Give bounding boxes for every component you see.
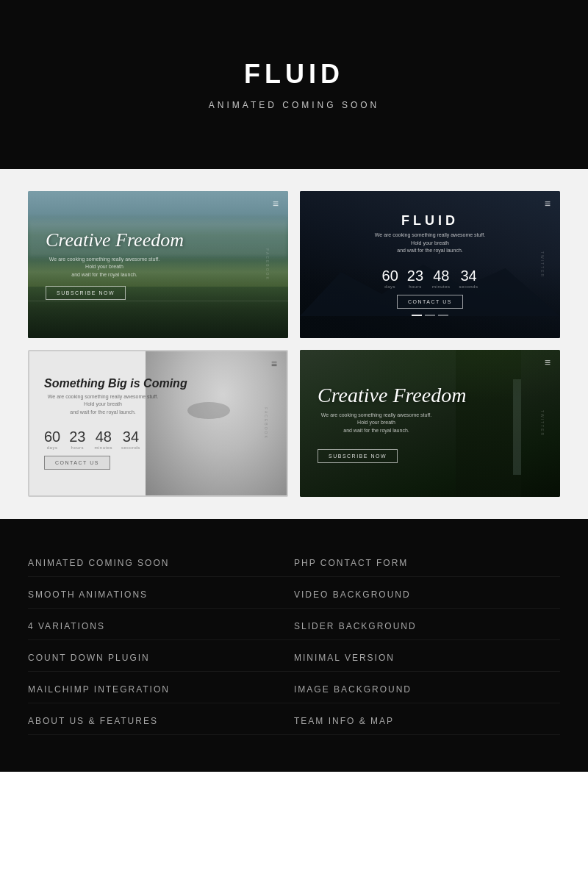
preview-section: ≡ Creative Freedom We are cooking someth…: [0, 169, 588, 519]
feature-text-1: ANIMATED COMING SOON: [28, 558, 169, 568]
feature-text-right-4: MINIMAL VERSION: [294, 653, 395, 663]
feature-item-1: ANIMATED COMING SOON: [28, 548, 294, 577]
card-4-title: Creative Freedom: [318, 384, 542, 407]
slide-dot-2[interactable]: [425, 315, 435, 316]
card-2-button[interactable]: CONTACT US: [397, 295, 463, 309]
card-3-side-text: FACEBOOK: [264, 407, 268, 440]
card-4-overlay: Creative Freedom We are cooking somethin…: [300, 350, 560, 497]
preview-card-3[interactable]: ≡ Something Big is Coming We are cooking…: [28, 350, 288, 497]
card-2-slide-dots: [412, 315, 448, 316]
feature-item-4: COUNT DOWN PLUGIN: [28, 643, 294, 672]
feature-text-right-6: TEAM INFO & MAP: [294, 716, 394, 726]
features-grid: ANIMATED COMING SOON PHP CONTACT FORM SM…: [28, 548, 560, 735]
card3-minutes: 48 minutes: [95, 429, 113, 450]
feature-text-4: COUNT DOWN PLUGIN: [28, 653, 150, 663]
countdown-minutes: 48 minutes: [432, 268, 451, 289]
card-3-countdown: 60 days 23 hours 48 minutes 34 seconds: [44, 429, 140, 450]
card-3-button[interactable]: CONTACT US: [44, 456, 110, 470]
feature-item-right-5: IMAGE BACKGROUND: [294, 675, 560, 703]
feature-item-3: 4 VARIATIONS: [28, 612, 294, 640]
card-4-button[interactable]: SUBSCRIBE NOW: [318, 449, 398, 463]
feature-text-right-3: SLIDER BACKGROUND: [294, 621, 417, 631]
feature-item-right-4: MINIMAL VERSION: [294, 643, 560, 672]
feature-text-right-5: IMAGE BACKGROUND: [294, 684, 412, 695]
preview-grid: ≡ Creative Freedom We are cooking someth…: [28, 191, 560, 497]
card-3-desc: We are cooking something really awesome …: [44, 393, 162, 417]
slide-dot-3[interactable]: [438, 315, 448, 316]
card-2-side-text: TWITTER: [540, 251, 545, 278]
card-2-logo: FLUID: [401, 213, 459, 229]
countdown-seconds: 34 seconds: [459, 268, 478, 289]
card-3-title: Something Big is Coming: [44, 377, 187, 390]
feature-text-6: ABOUT US & FEATURES: [28, 716, 158, 726]
countdown-hours: 23 hours: [407, 268, 423, 289]
feature-item-right-1: PHP CONTACT FORM: [294, 548, 560, 577]
feature-item-6: ABOUT US & FEATURES: [28, 706, 294, 735]
header-section: FLUID ANIMATED COMING SOON: [0, 0, 588, 169]
card-1-title: Creative Freedom: [46, 229, 270, 251]
preview-card-2[interactable]: ≡ FLUID We are cooking something really …: [300, 191, 560, 338]
app-title: FLUID: [244, 59, 344, 90]
card-3-overlay: Something Big is Coming We are cooking s…: [29, 351, 287, 495]
preview-card-1[interactable]: ≡ Creative Freedom We are cooking someth…: [28, 191, 288, 338]
card-1-button[interactable]: SUBSCRIBE NOW: [46, 286, 126, 300]
app-subtitle: ANIMATED COMING SOON: [209, 100, 379, 110]
slide-dot-1[interactable]: [412, 315, 422, 316]
feature-item-right-3: SLIDER BACKGROUND: [294, 612, 560, 640]
card-2-desc: We are cooking something really awesome …: [371, 232, 489, 255]
card-2-countdown: 60 days 23 hours 48 minutes 34 seconds: [382, 268, 478, 289]
card-1-desc: We are cooking something really awesome …: [46, 256, 163, 279]
feature-item-5: MAILCHIMP INTEGRATION: [28, 675, 294, 703]
features-section: ANIMATED COMING SOON PHP CONTACT FORM SM…: [0, 519, 588, 772]
card-4-side-text: TWITTER: [540, 410, 545, 437]
feature-text-2: SMOOTH ANIMATIONS: [28, 589, 148, 600]
card3-days: 60 days: [44, 429, 60, 450]
feature-item-right-6: TEAM INFO & MAP: [294, 706, 560, 735]
feature-text-right-1: PHP CONTACT FORM: [294, 558, 408, 568]
feature-text-right-2: VIDEO BACKGROUND: [294, 589, 411, 600]
card-4-desc: We are cooking something really awesome …: [318, 412, 435, 435]
card-2-overlay: FLUID We are cooking something really aw…: [300, 191, 560, 338]
feature-item-right-2: VIDEO BACKGROUND: [294, 580, 560, 609]
feature-text-5: MAILCHIMP INTEGRATION: [28, 684, 170, 695]
card3-seconds: 34 seconds: [121, 429, 140, 450]
card-1-overlay: Creative Freedom We are cooking somethin…: [28, 191, 288, 338]
feature-text-3: 4 VARIATIONS: [28, 621, 105, 631]
feature-item-2: SMOOTH ANIMATIONS: [28, 580, 294, 609]
preview-card-4[interactable]: ≡ Creative Freedom We are cooking someth…: [300, 350, 560, 497]
card-1-side-text: FACEBOOK: [265, 248, 270, 281]
countdown-days: 60 days: [382, 268, 398, 289]
card3-hours: 23 hours: [69, 429, 85, 450]
